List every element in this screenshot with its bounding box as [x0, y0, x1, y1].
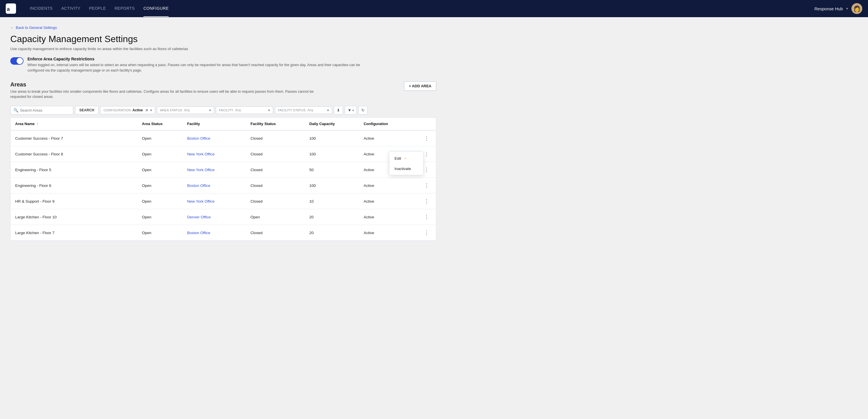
appian-logo-icon: a [6, 3, 16, 14]
facility-status-chevron-icon[interactable]: ▾ [327, 108, 329, 112]
cell-area-name: Customer Success - Floor 7 [10, 130, 137, 146]
refresh-icon: ↻ [361, 108, 365, 112]
more-options-button[interactable]: ⋮ [422, 182, 431, 189]
table-row: Customer Success - Floor 8 Open New York… [10, 146, 436, 162]
context-menu-edit[interactable]: Edit ← [389, 153, 423, 164]
col-header-area-name[interactable]: Area Name ↑ [10, 118, 137, 130]
cell-area-name: Large Kitchen - Floor 10 [10, 209, 137, 225]
facility-link[interactable]: Denver Office [187, 215, 211, 219]
area-status-value: Any [184, 108, 190, 112]
cell-daily-capacity: 100 [305, 130, 359, 146]
inactivate-label: Inactivate [395, 167, 411, 171]
facility-chevron-icon[interactable]: ▾ [268, 108, 270, 112]
cell-actions: ⋮ [413, 178, 436, 193]
col-header-facility-status: Facility Status [246, 118, 305, 130]
toggle-description: When toggled on, internal users will be … [28, 62, 371, 73]
areas-table-container: Area Name ↑ Area Status Facility Facilit… [10, 117, 436, 241]
cell-area-status: Open [137, 178, 183, 193]
cell-area-status: Open [137, 225, 183, 241]
col-header-facility: Facility [183, 118, 246, 130]
cell-facility-status: Closed [246, 225, 305, 241]
more-options-button[interactable]: ⋮ [422, 134, 431, 142]
cell-facility-status: Closed [246, 162, 305, 178]
config-filter-chevron-icon[interactable]: ▾ [150, 108, 152, 112]
cell-actions: ⋮ [413, 193, 436, 209]
filters-row: 🔍 SEARCH CONFIGURATION Active ✕ ▾ AREA S… [10, 103, 436, 117]
toggle-knob [17, 58, 23, 64]
avatar-emoji: 👩 [854, 5, 861, 12]
facility-link[interactable]: Boston Office [187, 184, 210, 188]
area-status-chevron-icon[interactable]: ▾ [209, 108, 211, 112]
facility-status-filter[interactable]: FACILITY STATUS Any ▾ [275, 106, 332, 114]
cell-facility: Boston Office [183, 178, 246, 193]
cell-facility-status: Closed [246, 146, 305, 162]
enforce-capacity-toggle[interactable] [10, 57, 24, 65]
facility-link[interactable]: New York Office [187, 199, 215, 203]
toggle-title: Enforce Area Capacity Restrictions [28, 57, 371, 61]
cell-area-name: HR & Support - Floor 9 [10, 193, 137, 209]
nav-configure[interactable]: CONFIGURE [144, 0, 169, 17]
facility-filter[interactable]: FACILITY Any ▾ [216, 106, 273, 114]
table-row: Large Kitchen - Floor 10 Open Denver Off… [10, 209, 436, 225]
more-options-button[interactable]: ⋮ [422, 197, 431, 205]
filter-options-button[interactable]: ▼ ▾ [345, 106, 357, 115]
avatar[interactable]: 👩 [851, 3, 862, 14]
app-name: Response Hub [814, 6, 843, 11]
cell-facility-status: Open [246, 209, 305, 225]
add-area-button[interactable]: + ADD AREA [404, 81, 436, 91]
facility-value: Any [235, 108, 241, 112]
facility-link[interactable]: Boston Office [187, 231, 210, 235]
cell-configuration: Active [359, 193, 413, 209]
nav-reports[interactable]: REPORTS [115, 0, 135, 17]
facility-link[interactable]: New York Office [187, 152, 215, 156]
config-filter-clear-icon[interactable]: ✕ [145, 108, 149, 112]
main-content: ← Back to General Settings Capacity Mana… [0, 17, 446, 249]
context-menu-inactivate[interactable]: Inactivate [389, 164, 423, 174]
cell-actions: ⋮ [413, 130, 436, 146]
config-filter-label: CONFIGURATION [103, 108, 130, 112]
table-row: Customer Success - Floor 7 Open Boston O… [10, 130, 436, 146]
cell-configuration: Active [359, 130, 413, 146]
more-options-button[interactable]: ⋮ [422, 213, 431, 221]
cell-area-status: Open [137, 146, 183, 162]
cell-area-name: Engineering - Floor 6 [10, 178, 137, 193]
cell-facility-status: Closed [246, 193, 305, 209]
cell-facility: Denver Office [183, 209, 246, 225]
download-button[interactable]: ⬇ [334, 106, 343, 115]
cell-daily-capacity: 20 [305, 225, 359, 241]
nav-people[interactable]: PEOPLE [89, 0, 106, 17]
edit-label: Edit [395, 156, 401, 161]
table-body: Customer Success - Floor 7 Open Boston O… [10, 130, 436, 241]
cell-area-status: Open [137, 209, 183, 225]
app-name-chevron[interactable]: ▾ [846, 7, 848, 10]
back-link[interactable]: ← Back to General Settings [10, 26, 57, 30]
page-subtitle: Use capacity management to enforce capac… [10, 47, 436, 51]
facility-link[interactable]: New York Office [187, 168, 215, 172]
config-filter-value: Active [132, 108, 143, 112]
edit-arrow-icon: ← [403, 156, 408, 161]
nav-activity[interactable]: ACTIVITY [61, 0, 81, 17]
cell-daily-capacity: 50 [305, 162, 359, 178]
areas-header: Areas Use areas to break your facilities… [10, 81, 436, 100]
more-options-button[interactable]: ⋮ [422, 229, 431, 236]
app-logo[interactable]: a [6, 3, 18, 14]
search-input[interactable] [20, 108, 60, 112]
cell-facility: New York Office [183, 162, 246, 178]
context-menu: Edit ← Inactivate [389, 152, 424, 175]
col-header-configuration: Configuration [359, 118, 413, 130]
cell-facility-status: Closed [246, 130, 305, 146]
cell-configuration: Active [359, 225, 413, 241]
col-header-daily-capacity: Daily Capacity [305, 118, 359, 130]
search-button[interactable]: SEARCH [75, 106, 98, 115]
toggle-section: Enforce Area Capacity Restrictions When … [10, 57, 436, 73]
refresh-button[interactable]: ↻ [359, 106, 368, 115]
nav-incidents[interactable]: INCIDENTS [30, 0, 53, 17]
navbar: a INCIDENTS ACTIVITY PEOPLE REPORTS CONF… [0, 0, 868, 17]
cell-daily-capacity: 10 [305, 193, 359, 209]
sort-icon: ↑ [37, 122, 39, 126]
col-header-actions [413, 118, 436, 130]
configuration-filter[interactable]: CONFIGURATION Active ✕ ▾ [100, 106, 155, 114]
area-status-filter[interactable]: AREA STATUS Any ▾ [157, 106, 214, 114]
facility-link[interactable]: Boston Office [187, 136, 210, 140]
cell-area-status: Open [137, 130, 183, 146]
